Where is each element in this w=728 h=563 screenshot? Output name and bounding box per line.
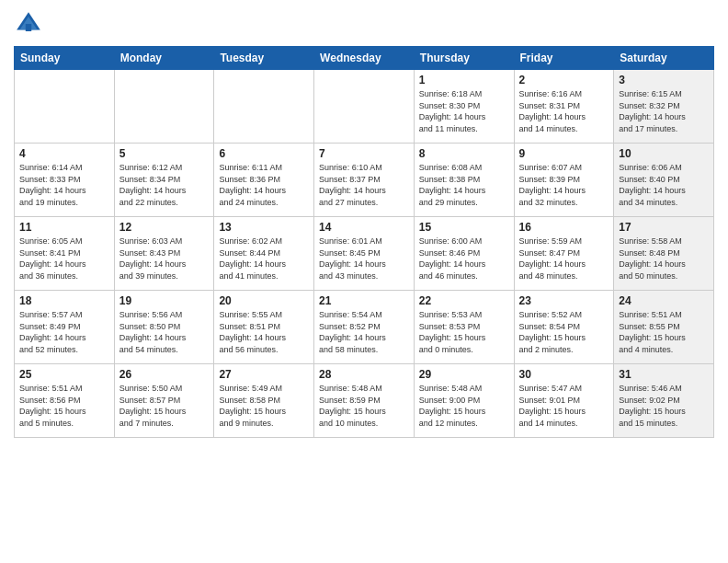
calendar-header-monday: Monday: [114, 47, 214, 70]
calendar-cell: [15, 70, 115, 144]
calendar-table: SundayMondayTuesdayWednesdayThursdayFrid…: [14, 46, 714, 438]
calendar-cell: 20Sunrise: 5:55 AM Sunset: 8:51 PM Dayli…: [214, 291, 314, 364]
logo: [14, 9, 47, 39]
calendar-cell: 31Sunrise: 5:46 AM Sunset: 9:02 PM Dayli…: [614, 364, 714, 438]
calendar-cell: 16Sunrise: 5:59 AM Sunset: 8:47 PM Dayli…: [514, 217, 614, 291]
calendar-cell: 9Sunrise: 6:07 AM Sunset: 8:39 PM Daylig…: [514, 144, 614, 217]
calendar-header-wednesday: Wednesday: [314, 47, 415, 70]
day-number: 9: [519, 147, 609, 160]
calendar-cell: 12Sunrise: 6:03 AM Sunset: 8:43 PM Dayli…: [114, 217, 214, 291]
calendar-cell: 8Sunrise: 6:08 AM Sunset: 8:38 PM Daylig…: [414, 144, 514, 217]
calendar-week-5: 25Sunrise: 5:51 AM Sunset: 8:56 PM Dayli…: [15, 364, 714, 438]
calendar-cell: 13Sunrise: 6:02 AM Sunset: 8:44 PM Dayli…: [214, 217, 314, 291]
day-info: Sunrise: 5:57 AM Sunset: 8:49 PM Dayligh…: [19, 309, 109, 355]
day-info: Sunrise: 6:14 AM Sunset: 8:33 PM Dayligh…: [19, 162, 109, 208]
page-header: [14, 9, 714, 39]
calendar-cell: 24Sunrise: 5:51 AM Sunset: 8:55 PM Dayli…: [614, 291, 714, 364]
day-info: Sunrise: 5:51 AM Sunset: 8:56 PM Dayligh…: [19, 383, 109, 429]
calendar-cell: 22Sunrise: 5:53 AM Sunset: 8:53 PM Dayli…: [414, 291, 514, 364]
day-info: Sunrise: 5:58 AM Sunset: 8:48 PM Dayligh…: [619, 236, 709, 282]
calendar-cell: 25Sunrise: 5:51 AM Sunset: 8:56 PM Dayli…: [15, 364, 115, 438]
calendar-header-tuesday: Tuesday: [214, 47, 314, 70]
day-number: 12: [119, 221, 210, 234]
day-number: 5: [119, 147, 210, 160]
day-number: 11: [19, 221, 109, 234]
day-number: 15: [419, 221, 509, 234]
day-info: Sunrise: 6:18 AM Sunset: 8:30 PM Dayligh…: [419, 88, 509, 134]
day-number: 30: [519, 368, 609, 381]
calendar-cell: 28Sunrise: 5:48 AM Sunset: 8:59 PM Dayli…: [314, 364, 415, 438]
day-info: Sunrise: 5:54 AM Sunset: 8:52 PM Dayligh…: [319, 309, 409, 355]
calendar-cell: [114, 70, 214, 144]
calendar-cell: [314, 70, 415, 144]
calendar-cell: 19Sunrise: 5:56 AM Sunset: 8:50 PM Dayli…: [114, 291, 214, 364]
day-info: Sunrise: 6:06 AM Sunset: 8:40 PM Dayligh…: [619, 162, 709, 208]
day-number: 16: [519, 221, 609, 234]
calendar-cell: [214, 70, 314, 144]
day-number: 7: [319, 147, 409, 160]
day-info: Sunrise: 6:05 AM Sunset: 8:41 PM Dayligh…: [19, 236, 109, 282]
calendar-cell: 1Sunrise: 6:18 AM Sunset: 8:30 PM Daylig…: [414, 70, 514, 144]
calendar-week-3: 11Sunrise: 6:05 AM Sunset: 8:41 PM Dayli…: [15, 217, 714, 291]
calendar-cell: 18Sunrise: 5:57 AM Sunset: 8:49 PM Dayli…: [15, 291, 115, 364]
calendar-cell: 17Sunrise: 5:58 AM Sunset: 8:48 PM Dayli…: [614, 217, 714, 291]
day-info: Sunrise: 5:46 AM Sunset: 9:02 PM Dayligh…: [619, 383, 709, 429]
calendar-cell: 7Sunrise: 6:10 AM Sunset: 8:37 PM Daylig…: [314, 144, 415, 217]
calendar-cell: 26Sunrise: 5:50 AM Sunset: 8:57 PM Dayli…: [114, 364, 214, 438]
calendar-week-4: 18Sunrise: 5:57 AM Sunset: 8:49 PM Dayli…: [15, 291, 714, 364]
day-info: Sunrise: 6:12 AM Sunset: 8:34 PM Dayligh…: [119, 162, 210, 208]
day-number: 28: [319, 368, 409, 381]
calendar-cell: 15Sunrise: 6:00 AM Sunset: 8:46 PM Dayli…: [414, 217, 514, 291]
calendar-cell: 14Sunrise: 6:01 AM Sunset: 8:45 PM Dayli…: [314, 217, 415, 291]
day-number: 13: [219, 221, 309, 234]
calendar-cell: 11Sunrise: 6:05 AM Sunset: 8:41 PM Dayli…: [15, 217, 115, 291]
day-number: 4: [19, 147, 109, 160]
day-number: 24: [619, 294, 709, 307]
calendar-cell: 2Sunrise: 6:16 AM Sunset: 8:31 PM Daylig…: [514, 70, 614, 144]
day-number: 20: [219, 294, 309, 307]
calendar-week-2: 4Sunrise: 6:14 AM Sunset: 8:33 PM Daylig…: [15, 144, 714, 217]
day-info: Sunrise: 5:47 AM Sunset: 9:01 PM Dayligh…: [519, 383, 609, 429]
calendar-cell: 5Sunrise: 6:12 AM Sunset: 8:34 PM Daylig…: [114, 144, 214, 217]
day-info: Sunrise: 5:53 AM Sunset: 8:53 PM Dayligh…: [419, 309, 509, 355]
day-info: Sunrise: 6:15 AM Sunset: 8:32 PM Dayligh…: [619, 88, 709, 134]
calendar-cell: 27Sunrise: 5:49 AM Sunset: 8:58 PM Dayli…: [214, 364, 314, 438]
day-number: 29: [419, 368, 509, 381]
day-number: 17: [619, 221, 709, 234]
day-number: 1: [419, 74, 509, 86]
day-info: Sunrise: 6:03 AM Sunset: 8:43 PM Dayligh…: [119, 236, 210, 282]
calendar-cell: 30Sunrise: 5:47 AM Sunset: 9:01 PM Dayli…: [514, 364, 614, 438]
page-container: SundayMondayTuesdayWednesdayThursdayFrid…: [0, 0, 728, 563]
day-info: Sunrise: 5:59 AM Sunset: 8:47 PM Dayligh…: [519, 236, 609, 282]
day-info: Sunrise: 5:52 AM Sunset: 8:54 PM Dayligh…: [519, 309, 609, 355]
calendar-cell: 3Sunrise: 6:15 AM Sunset: 8:32 PM Daylig…: [614, 70, 714, 144]
day-number: 23: [519, 294, 609, 307]
day-info: Sunrise: 6:07 AM Sunset: 8:39 PM Dayligh…: [519, 162, 609, 208]
calendar-cell: 4Sunrise: 6:14 AM Sunset: 8:33 PM Daylig…: [15, 144, 115, 217]
day-number: 19: [119, 294, 210, 307]
day-number: 14: [319, 221, 409, 234]
calendar-header-thursday: Thursday: [414, 47, 514, 70]
day-info: Sunrise: 5:51 AM Sunset: 8:55 PM Dayligh…: [619, 309, 709, 355]
day-number: 31: [619, 368, 709, 381]
calendar-header-friday: Friday: [514, 47, 614, 70]
calendar-header-row: SundayMondayTuesdayWednesdayThursdayFrid…: [15, 47, 714, 70]
calendar-cell: 10Sunrise: 6:06 AM Sunset: 8:40 PM Dayli…: [614, 144, 714, 217]
calendar-week-1: 1Sunrise: 6:18 AM Sunset: 8:30 PM Daylig…: [15, 70, 714, 144]
day-info: Sunrise: 5:48 AM Sunset: 8:59 PM Dayligh…: [319, 383, 409, 429]
day-number: 26: [119, 368, 210, 381]
day-number: 3: [619, 74, 709, 86]
day-number: 25: [19, 368, 109, 381]
day-number: 10: [619, 147, 709, 160]
day-info: Sunrise: 5:48 AM Sunset: 9:00 PM Dayligh…: [419, 383, 509, 429]
day-number: 2: [519, 74, 609, 86]
day-info: Sunrise: 5:55 AM Sunset: 8:51 PM Dayligh…: [219, 309, 309, 355]
day-number: 21: [319, 294, 409, 307]
day-number: 18: [19, 294, 109, 307]
day-info: Sunrise: 6:10 AM Sunset: 8:37 PM Dayligh…: [319, 162, 409, 208]
svg-rect-2: [26, 24, 31, 31]
day-info: Sunrise: 6:02 AM Sunset: 8:44 PM Dayligh…: [219, 236, 309, 282]
day-number: 6: [219, 147, 309, 160]
calendar-cell: 23Sunrise: 5:52 AM Sunset: 8:54 PM Dayli…: [514, 291, 614, 364]
day-info: Sunrise: 6:08 AM Sunset: 8:38 PM Dayligh…: [419, 162, 509, 208]
